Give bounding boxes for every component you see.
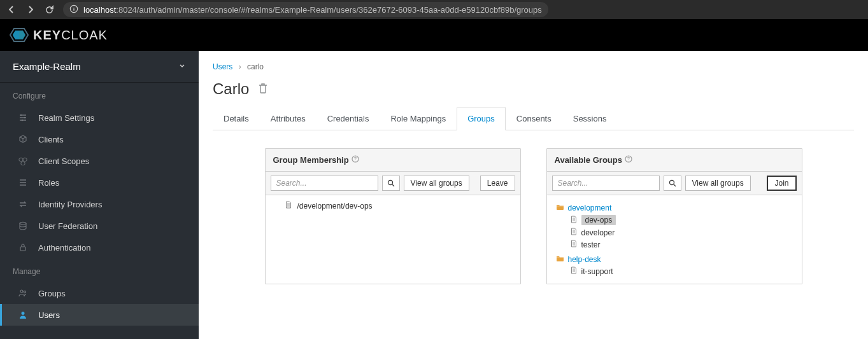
sidebar-item-realm-settings[interactable]: Realm Settings (0, 107, 199, 128)
svg-point-11 (22, 312, 25, 315)
sidebar-section-manage: Manage (0, 258, 199, 282)
user-icon (18, 310, 28, 320)
exchange-icon (18, 199, 28, 209)
membership-search-input[interactable] (271, 176, 378, 191)
svg-point-5 (24, 117, 26, 119)
sliders-icon (18, 113, 28, 123)
file-icon (570, 240, 578, 249)
tab-role-mappings[interactable]: Role Mappings (380, 107, 457, 130)
tree-item-it-support[interactable]: it-support (570, 265, 793, 277)
sidebar-item-clients[interactable]: Clients (0, 128, 199, 150)
svg-point-10 (24, 291, 25, 293)
join-button[interactable]: Join (767, 176, 796, 191)
cubes-icon (18, 156, 28, 166)
list-icon (18, 177, 28, 188)
membership-toolbar: View all groups Leave (266, 172, 520, 195)
sidebar-item-label: Clients (38, 135, 64, 144)
database-icon (18, 221, 28, 231)
available-toolbar: View all groups Join (547, 172, 802, 195)
url-bar[interactable]: localhost:8024/auth/admin/master/console… (63, 2, 548, 17)
available-view-all-button[interactable]: View all groups (685, 176, 751, 191)
tree-folder-development[interactable]: development (556, 202, 793, 214)
membership-search-button[interactable] (382, 176, 400, 191)
sidebar-section-configure: Configure (0, 83, 199, 107)
breadcrumb-current: carlo (247, 62, 264, 71)
svg-point-7 (20, 222, 26, 225)
tab-attributes[interactable]: Attributes (260, 107, 317, 130)
help-icon[interactable] (352, 155, 359, 165)
svg-rect-8 (20, 247, 25, 251)
lock-icon (18, 242, 28, 253)
svg-point-6 (22, 120, 24, 121)
sidebar-item-groups[interactable]: Groups (0, 282, 199, 304)
svg-point-9 (20, 290, 23, 293)
sidebar-item-authentication[interactable]: Authentication (0, 237, 199, 258)
sidebar-item-users[interactable]: Users (0, 304, 199, 326)
back-icon[interactable] (6, 4, 17, 15)
sidebar-item-label: Groups (38, 289, 66, 298)
group-membership-panel: Group Membership View all groups Leave /… (265, 148, 521, 284)
app-header: KEYCLOAK (0, 19, 868, 51)
sidebar-item-label: Realm Settings (38, 113, 94, 123)
svg-point-13 (388, 181, 392, 185)
available-search-input[interactable] (552, 176, 660, 191)
available-groups-panel: Available Groups View all groups Join de… (546, 148, 802, 284)
panel-header-available: Available Groups (547, 149, 802, 172)
sidebar-item-identity-providers[interactable]: Identity Providers (0, 193, 199, 215)
sidebar-item-label: Identity Providers (38, 200, 102, 209)
browser-chrome: localhost:8024/auth/admin/master/console… (0, 0, 868, 19)
available-search-button[interactable] (664, 176, 681, 191)
tab-sessions[interactable]: Sessions (562, 107, 618, 130)
svg-marker-3 (13, 31, 19, 39)
sidebar-item-label: Roles (38, 178, 59, 188)
sidebar-item-user-federation[interactable]: User Federation (0, 215, 199, 237)
folder-icon (556, 203, 564, 212)
tab-credentials[interactable]: Credentials (317, 107, 380, 130)
svg-point-15 (669, 181, 674, 185)
chevron-down-icon (178, 62, 186, 71)
sidebar-item-label: User Federation (38, 221, 97, 231)
tab-groups[interactable]: Groups (457, 107, 506, 130)
url-text: localhost:8024/auth/admin/master/console… (83, 5, 542, 15)
svg-point-4 (20, 114, 22, 116)
file-icon (570, 216, 578, 225)
reload-icon[interactable] (45, 5, 54, 15)
sidebar-item-client-scopes[interactable]: Client Scopes (0, 150, 199, 172)
search-icon (387, 179, 395, 187)
tab-details[interactable]: Details (213, 107, 260, 130)
realm-name: Example-Realm (13, 61, 81, 72)
tree-item-developer[interactable]: developer (570, 226, 793, 239)
panel-header-membership: Group Membership (266, 149, 520, 172)
forward-icon[interactable] (25, 4, 36, 15)
file-icon (570, 228, 578, 237)
realm-selector[interactable]: Example-Realm (0, 51, 199, 83)
logo-icon (9, 26, 29, 44)
info-icon (69, 4, 78, 15)
file-icon (285, 201, 292, 211)
breadcrumb: Users › carlo (213, 62, 854, 71)
search-icon (669, 179, 676, 187)
help-icon[interactable] (625, 155, 632, 165)
users-icon (18, 288, 28, 298)
membership-item[interactable]: /development/dev-ops (266, 198, 520, 214)
sidebar-item-roles[interactable]: Roles (0, 172, 199, 193)
tab-consents[interactable]: Consents (506, 107, 562, 130)
keycloak-logo[interactable]: KEYCLOAK (9, 26, 108, 44)
sidebar: Example-Realm Configure Realm SettingsCl… (0, 51, 199, 339)
sidebar-item-label: Users (38, 310, 60, 320)
tree-item-tester[interactable]: tester (570, 239, 793, 251)
cube-icon (18, 134, 28, 144)
folder-icon (556, 254, 564, 264)
sidebar-item-label: Authentication (38, 243, 90, 253)
breadcrumb-root[interactable]: Users (213, 62, 232, 71)
membership-view-all-button[interactable]: View all groups (404, 176, 469, 191)
leave-button[interactable]: Leave (480, 176, 515, 191)
tabs: DetailsAttributesCredentialsRole Mapping… (213, 107, 854, 130)
tree-item-dev-ops[interactable]: dev-ops (570, 214, 793, 226)
main-content: Users › carlo Carlo DetailsAttributesCre… (199, 51, 868, 339)
trash-icon[interactable] (258, 80, 268, 98)
tree-folder-help-desk[interactable]: help-desk (556, 253, 793, 265)
file-icon (570, 266, 578, 276)
logo-text: KEYCLOAK (33, 28, 108, 43)
page-title: Carlo (213, 80, 854, 98)
